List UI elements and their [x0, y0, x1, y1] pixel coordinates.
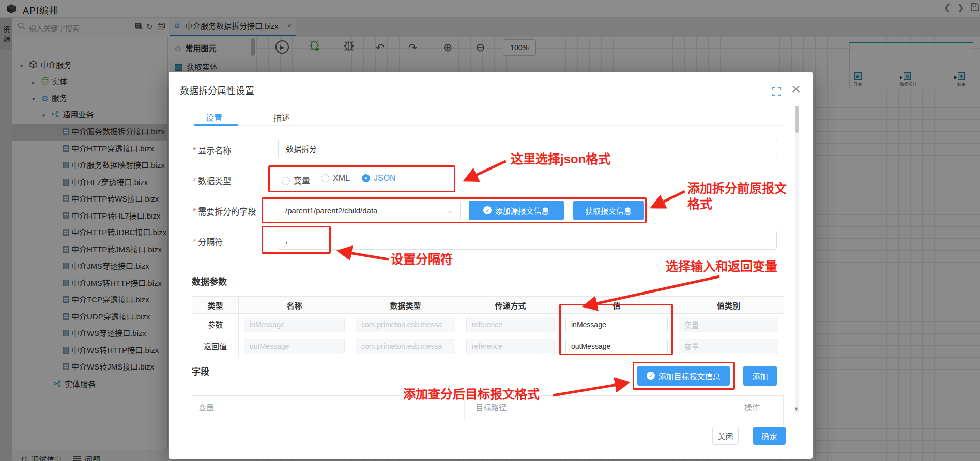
param-value-input[interactable]: inMessage	[565, 317, 668, 332]
add-source-message-button[interactable]: ✓添加源报文信息	[469, 201, 564, 220]
chevron-down-icon: ⌄	[447, 207, 453, 214]
display-name-label: *显示名称	[193, 144, 231, 156]
tab-divider	[194, 125, 783, 126]
ok-button[interactable]: 确定	[753, 427, 786, 445]
radio-selected-icon	[362, 174, 370, 182]
param-value-category-input: 变量	[679, 339, 778, 354]
dialog-title: 数据拆分属性设置	[180, 83, 254, 97]
param-mode-input: reference	[466, 339, 555, 354]
check-circle-icon: ✓	[483, 206, 492, 214]
param-value-input[interactable]: outMessage	[565, 339, 668, 354]
param-type: 返回值	[192, 335, 239, 357]
col-datatype: 数据类型	[350, 297, 461, 314]
annotation-json-format: 这里选择json格式	[511, 151, 610, 167]
fields-section-title: 字段	[192, 364, 209, 377]
param-type: 参数	[192, 314, 239, 335]
radio-icon	[321, 174, 329, 182]
col-type: 类型	[192, 297, 239, 314]
params-row: 返回值 outMessage com.primeton.esb.messa re…	[192, 335, 784, 357]
params-row: 参数 inMessage com.primeton.esb.messa refe…	[192, 314, 784, 335]
data-type-label: *数据类型	[193, 174, 231, 187]
split-field-select[interactable]: /parent1/parent2/child/data⌄	[278, 201, 461, 220]
scrollbar-thumb[interactable]	[795, 106, 799, 133]
active-tab-indicator	[194, 124, 238, 126]
col-mode: 传递方式	[461, 297, 560, 314]
radio-xml[interactable]: XML	[321, 174, 350, 183]
col-name: 名称	[239, 297, 350, 314]
param-datatype-input: com.primeton.esb.messa	[356, 317, 455, 332]
annotation-source-format: 添加拆分前原报文格式	[687, 181, 799, 212]
param-value-category-input: 变量	[679, 317, 778, 332]
radio-json[interactable]: JSON	[362, 174, 396, 183]
dialog-scrollbar[interactable]	[795, 106, 799, 414]
separator-input[interactable]: ,	[278, 230, 777, 250]
params-table: 类型 名称 数据类型 传递方式 值 值类别 参数 inMessage com.p…	[192, 296, 784, 357]
param-datatype-input: com.primeton.esb.messa	[356, 339, 455, 354]
col-value-category: 值类别	[673, 297, 784, 314]
tab-settings[interactable]: 设置	[206, 111, 222, 124]
params-section-title: 数据参数	[192, 274, 227, 287]
param-name-input: inMessage	[244, 317, 345, 332]
col-value: 值	[560, 297, 673, 314]
annotation-target-format: 添加查分后目标报文格式	[403, 387, 540, 402]
col-operation: 操作	[744, 396, 760, 420]
col-variable: 变量	[198, 396, 214, 420]
column-divider	[736, 396, 736, 420]
get-message-button[interactable]: 获取报文信息	[573, 201, 644, 220]
radio-variable[interactable]: 变量	[282, 174, 310, 186]
add-button[interactable]: 添加	[743, 366, 777, 386]
header-divider	[192, 420, 783, 420]
tab-description[interactable]: 描述	[273, 111, 290, 124]
annotation-variables: 选择输入和返回变量	[666, 259, 777, 274]
fullscreen-icon[interactable]	[772, 87, 781, 98]
annotation-separator: 设置分隔符	[391, 252, 453, 267]
radio-icon	[282, 177, 290, 185]
close-icon[interactable]: ✕	[791, 82, 801, 97]
param-name-input: outMessage	[244, 339, 345, 354]
scroll-down-icon[interactable]: ▼	[793, 406, 799, 412]
screen: API编排 ❮ ❯ 资源 输入关键字搜索 ↻ ▾	[0, 0, 980, 461]
split-field-label: *需要拆分的字段	[193, 205, 256, 217]
param-mode-input: reference	[466, 317, 555, 332]
check-circle-icon: ✓	[647, 372, 655, 380]
add-target-message-button[interactable]: ✓添加目标报文信息	[637, 366, 730, 386]
separator-label: *分隔符	[193, 235, 223, 248]
params-header-row: 类型 名称 数据类型 传递方式 值 值类别	[192, 297, 784, 314]
close-button[interactable]: 关闭	[712, 427, 739, 445]
